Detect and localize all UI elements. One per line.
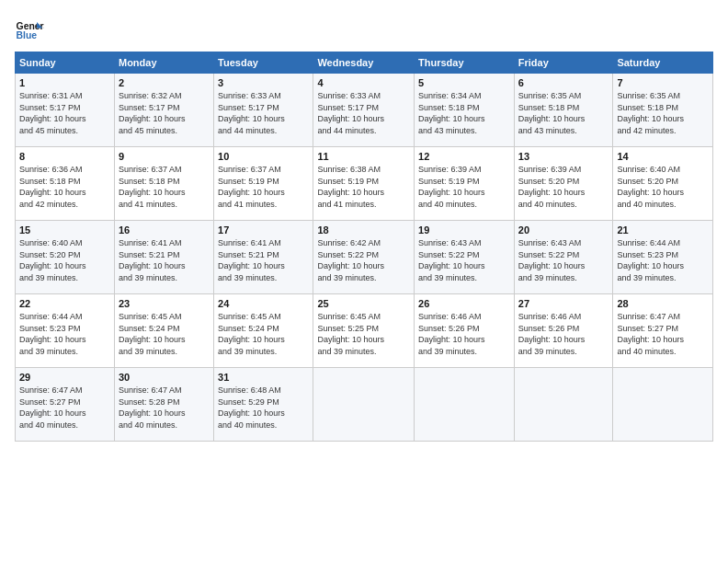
calendar-cell: 9Sunrise: 6:37 AM Sunset: 5:18 PM Daylig… <box>114 147 213 221</box>
calendar-cell: 4Sunrise: 6:33 AM Sunset: 5:17 PM Daylig… <box>313 74 415 147</box>
day-info: Sunrise: 6:47 AM Sunset: 5:27 PM Dayligh… <box>617 311 709 357</box>
day-info: Sunrise: 6:46 AM Sunset: 5:26 PM Dayligh… <box>418 311 510 357</box>
calendar-cell: 6Sunrise: 6:35 AM Sunset: 5:18 PM Daylig… <box>514 74 613 147</box>
day-info: Sunrise: 6:38 AM Sunset: 5:19 PM Dayligh… <box>317 164 410 210</box>
day-number: 7 <box>617 77 709 88</box>
calendar-table: SundayMondayTuesdayWednesdayThursdayFrid… <box>15 52 713 442</box>
day-number: 11 <box>317 151 410 162</box>
day-number: 5 <box>418 77 510 88</box>
day-number: 2 <box>119 77 210 88</box>
day-number: 12 <box>418 151 510 162</box>
day-number: 15 <box>19 224 110 236</box>
day-number: 27 <box>518 298 609 309</box>
day-info: Sunrise: 6:31 AM Sunset: 5:17 PM Dayligh… <box>19 90 110 136</box>
calendar-cell: 27Sunrise: 6:46 AM Sunset: 5:26 PM Dayli… <box>514 294 613 368</box>
day-info: Sunrise: 6:45 AM Sunset: 5:24 PM Dayligh… <box>218 311 309 357</box>
calendar-cell: 8Sunrise: 6:36 AM Sunset: 5:18 PM Daylig… <box>16 147 115 221</box>
day-number: 22 <box>19 298 110 309</box>
calendar-cell: 3Sunrise: 6:33 AM Sunset: 5:17 PM Daylig… <box>214 74 313 147</box>
day-info: Sunrise: 6:37 AM Sunset: 5:18 PM Dayligh… <box>119 164 210 210</box>
day-info: Sunrise: 6:47 AM Sunset: 5:27 PM Dayligh… <box>19 385 110 431</box>
day-info: Sunrise: 6:40 AM Sunset: 5:20 PM Dayligh… <box>617 164 709 210</box>
calendar-cell: 14Sunrise: 6:40 AM Sunset: 5:20 PM Dayli… <box>613 147 713 221</box>
logo: General Blue <box>15 15 44 44</box>
day-info: Sunrise: 6:39 AM Sunset: 5:20 PM Dayligh… <box>518 164 609 210</box>
day-number: 23 <box>119 298 210 309</box>
page-header: General Blue <box>15 15 713 44</box>
calendar-cell: 29Sunrise: 6:47 AM Sunset: 5:27 PM Dayli… <box>16 368 115 442</box>
day-info: Sunrise: 6:41 AM Sunset: 5:21 PM Dayligh… <box>218 237 309 283</box>
calendar-cell: 31Sunrise: 6:48 AM Sunset: 5:29 PM Dayli… <box>214 368 313 442</box>
day-number: 16 <box>119 224 210 236</box>
calendar-cell: 7Sunrise: 6:35 AM Sunset: 5:18 PM Daylig… <box>613 74 713 147</box>
day-number: 26 <box>418 298 510 309</box>
calendar-cell: 20Sunrise: 6:43 AM Sunset: 5:22 PM Dayli… <box>514 221 613 294</box>
calendar-cell: 13Sunrise: 6:39 AM Sunset: 5:20 PM Dayli… <box>514 147 613 221</box>
day-info: Sunrise: 6:39 AM Sunset: 5:19 PM Dayligh… <box>418 164 510 210</box>
day-number: 17 <box>218 224 309 236</box>
calendar-cell: 11Sunrise: 6:38 AM Sunset: 5:19 PM Dayli… <box>313 147 415 221</box>
day-info: Sunrise: 6:32 AM Sunset: 5:17 PM Dayligh… <box>119 90 210 136</box>
calendar-cell: 22Sunrise: 6:44 AM Sunset: 5:23 PM Dayli… <box>16 294 115 368</box>
calendar-cell: 10Sunrise: 6:37 AM Sunset: 5:19 PM Dayli… <box>214 147 313 221</box>
calendar-cell <box>514 368 613 442</box>
calendar-cell: 17Sunrise: 6:41 AM Sunset: 5:21 PM Dayli… <box>214 221 313 294</box>
day-number: 25 <box>317 298 410 309</box>
day-number: 1 <box>19 77 110 88</box>
calendar-cell <box>415 368 515 442</box>
day-number: 30 <box>119 372 210 383</box>
day-info: Sunrise: 6:41 AM Sunset: 5:21 PM Dayligh… <box>119 237 210 283</box>
day-number: 28 <box>617 298 709 309</box>
day-number: 29 <box>19 372 110 383</box>
day-info: Sunrise: 6:45 AM Sunset: 5:25 PM Dayligh… <box>317 311 410 357</box>
col-header-tuesday: Tuesday <box>214 52 313 74</box>
col-header-thursday: Thursday <box>415 52 515 74</box>
calendar-cell: 18Sunrise: 6:42 AM Sunset: 5:22 PM Dayli… <box>313 221 415 294</box>
day-number: 20 <box>518 224 609 236</box>
day-number: 3 <box>218 77 309 88</box>
day-number: 14 <box>617 151 709 162</box>
calendar-cell: 12Sunrise: 6:39 AM Sunset: 5:19 PM Dayli… <box>415 147 515 221</box>
day-info: Sunrise: 6:44 AM Sunset: 5:23 PM Dayligh… <box>19 311 110 357</box>
calendar-cell: 15Sunrise: 6:40 AM Sunset: 5:20 PM Dayli… <box>16 221 115 294</box>
calendar-cell <box>313 368 415 442</box>
day-number: 6 <box>518 77 609 88</box>
calendar-cell: 16Sunrise: 6:41 AM Sunset: 5:21 PM Dayli… <box>114 221 213 294</box>
day-info: Sunrise: 6:36 AM Sunset: 5:18 PM Dayligh… <box>19 164 110 210</box>
calendar-cell: 23Sunrise: 6:45 AM Sunset: 5:24 PM Dayli… <box>114 294 213 368</box>
col-header-wednesday: Wednesday <box>313 52 415 74</box>
day-info: Sunrise: 6:42 AM Sunset: 5:22 PM Dayligh… <box>317 237 410 283</box>
day-info: Sunrise: 6:35 AM Sunset: 5:18 PM Dayligh… <box>518 90 609 136</box>
day-number: 19 <box>418 224 510 236</box>
calendar-cell: 21Sunrise: 6:44 AM Sunset: 5:23 PM Dayli… <box>613 221 713 294</box>
day-number: 24 <box>218 298 309 309</box>
day-info: Sunrise: 6:33 AM Sunset: 5:17 PM Dayligh… <box>218 90 309 136</box>
calendar-cell: 5Sunrise: 6:34 AM Sunset: 5:18 PM Daylig… <box>415 74 515 147</box>
day-info: Sunrise: 6:47 AM Sunset: 5:28 PM Dayligh… <box>119 385 210 431</box>
day-info: Sunrise: 6:48 AM Sunset: 5:29 PM Dayligh… <box>218 385 309 431</box>
calendar-cell: 26Sunrise: 6:46 AM Sunset: 5:26 PM Dayli… <box>415 294 515 368</box>
day-info: Sunrise: 6:34 AM Sunset: 5:18 PM Dayligh… <box>418 90 510 136</box>
day-info: Sunrise: 6:45 AM Sunset: 5:24 PM Dayligh… <box>119 311 210 357</box>
calendar-cell <box>613 368 713 442</box>
day-info: Sunrise: 6:43 AM Sunset: 5:22 PM Dayligh… <box>518 237 609 283</box>
day-number: 8 <box>19 151 110 162</box>
col-header-monday: Monday <box>114 52 213 74</box>
calendar-cell: 2Sunrise: 6:32 AM Sunset: 5:17 PM Daylig… <box>114 74 213 147</box>
col-header-friday: Friday <box>514 52 613 74</box>
day-number: 21 <box>617 224 709 236</box>
day-info: Sunrise: 6:43 AM Sunset: 5:22 PM Dayligh… <box>418 237 510 283</box>
calendar-cell: 19Sunrise: 6:43 AM Sunset: 5:22 PM Dayli… <box>415 221 515 294</box>
calendar-cell: 24Sunrise: 6:45 AM Sunset: 5:24 PM Dayli… <box>214 294 313 368</box>
day-info: Sunrise: 6:35 AM Sunset: 5:18 PM Dayligh… <box>617 90 709 136</box>
svg-text:Blue: Blue <box>17 30 38 40</box>
day-info: Sunrise: 6:40 AM Sunset: 5:20 PM Dayligh… <box>19 237 110 283</box>
day-number: 4 <box>317 77 410 88</box>
day-number: 9 <box>119 151 210 162</box>
calendar-cell: 25Sunrise: 6:45 AM Sunset: 5:25 PM Dayli… <box>313 294 415 368</box>
day-info: Sunrise: 6:37 AM Sunset: 5:19 PM Dayligh… <box>218 164 309 210</box>
col-header-sunday: Sunday <box>16 52 115 74</box>
logo-icon: General Blue <box>15 15 44 44</box>
calendar-cell: 30Sunrise: 6:47 AM Sunset: 5:28 PM Dayli… <box>114 368 213 442</box>
day-info: Sunrise: 6:44 AM Sunset: 5:23 PM Dayligh… <box>617 237 709 283</box>
